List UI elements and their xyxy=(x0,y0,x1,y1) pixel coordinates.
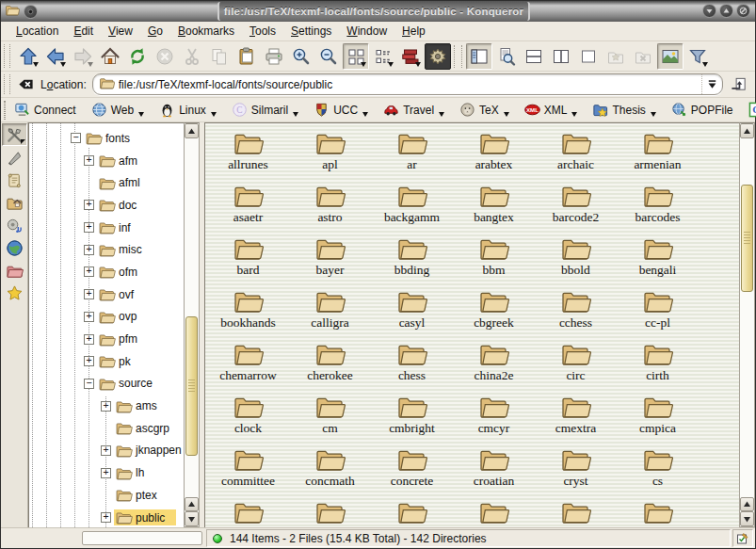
scroll-up-button[interactable] xyxy=(185,123,199,138)
folder-arabtex[interactable]: arabtex xyxy=(453,128,535,181)
tree-selection[interactable]: public xyxy=(114,509,176,525)
tree-item-inf[interactable]: +inf xyxy=(29,217,184,239)
print-button[interactable] xyxy=(261,43,287,70)
folder-barcodes[interactable]: barcodes xyxy=(617,181,699,234)
tree-hscrollbar[interactable] xyxy=(1,528,204,548)
main-scrollbar[interactable] xyxy=(739,122,755,527)
tree-expander-plus-icon[interactable]: + xyxy=(84,222,94,233)
scroll-up-button[interactable] xyxy=(740,123,754,138)
split-view-left-right-button[interactable] xyxy=(548,43,574,70)
sidebar-tab-bookmark-flag[interactable] xyxy=(2,146,27,169)
tree-item-source[interactable]: −source xyxy=(29,373,184,396)
show-navigation-panel-button[interactable] xyxy=(466,43,492,70)
folder-cs[interactable]: cs xyxy=(617,444,699,497)
tree-item-fonts[interactable]: −fonts xyxy=(29,127,184,150)
folder-committee[interactable]: committee xyxy=(207,444,289,497)
tree-item-afm[interactable]: +afm xyxy=(29,150,184,172)
tree-item-public[interactable]: +public xyxy=(29,507,184,527)
preview-button[interactable] xyxy=(657,43,684,70)
folder-chemarrow[interactable]: chemarrow xyxy=(207,339,289,392)
bookmark-linux[interactable]: Linux xyxy=(154,100,221,120)
minimize-button[interactable] xyxy=(702,4,716,18)
menu-location[interactable]: Location xyxy=(8,23,66,40)
tree-item-body[interactable]: ovp xyxy=(97,309,148,325)
bookmark-popfile[interactable]: POPFile xyxy=(667,100,738,120)
tree-item-body[interactable]: source xyxy=(97,376,164,392)
folder-cmbright[interactable]: cmbright xyxy=(371,392,453,444)
tree-expander-plus-icon[interactable]: + xyxy=(84,245,94,255)
bookmark-ucc[interactable]: UCC xyxy=(309,100,373,120)
folder-concrete[interactable]: concrete xyxy=(371,444,453,497)
folder-calligra[interactable]: calligra xyxy=(289,286,371,339)
icon-view-button[interactable] xyxy=(343,43,369,70)
tree-item-afml[interactable]: afml xyxy=(29,171,184,194)
sidebar-tab-history[interactable] xyxy=(2,169,27,191)
sidebar-tab-network[interactable] xyxy=(2,236,27,259)
tree-expander-plus-icon[interactable]: + xyxy=(84,356,94,366)
remove-active-view-button[interactable] xyxy=(575,43,602,70)
folder-bard[interactable]: bard xyxy=(207,234,289,286)
go-button[interactable] xyxy=(727,73,749,96)
bookmark-tex[interactable]: TeX xyxy=(455,100,514,120)
folder-bengali[interactable]: bengali xyxy=(617,234,699,286)
folder-unlabeled[interactable] xyxy=(617,497,699,527)
folder-clock[interactable]: clock xyxy=(207,392,289,444)
folder-barcode2[interactable]: barcode2 xyxy=(535,181,617,234)
folder-apl[interactable]: apl xyxy=(289,128,371,181)
folder-cchess[interactable]: cchess xyxy=(535,286,617,339)
tree-item-misc[interactable]: +misc xyxy=(29,238,184,261)
split-view-top-bottom-button[interactable] xyxy=(521,43,547,70)
tree-item-jknappen[interactable]: +jknappen xyxy=(29,440,184,462)
tree-item-doc[interactable]: +doc xyxy=(29,194,184,217)
back-button[interactable] xyxy=(42,43,69,70)
tree-item-body[interactable]: inf xyxy=(97,219,142,235)
menu-tools[interactable]: Tools xyxy=(242,23,283,40)
folder-cryst[interactable]: cryst xyxy=(535,444,617,497)
folder-backgamm[interactable]: backgamm xyxy=(371,181,453,234)
multicolumn-view-button[interactable] xyxy=(397,43,424,70)
bookmark-google[interactable]: GGoogle xyxy=(744,100,756,120)
tree-item-ptex[interactable]: ptex xyxy=(29,484,184,507)
tree-expander-plus-icon[interactable]: + xyxy=(101,468,111,478)
toolbar-grip[interactable] xyxy=(4,101,6,120)
menu-help[interactable]: Help xyxy=(394,23,433,40)
up-button[interactable] xyxy=(15,43,41,70)
folder-bookhands[interactable]: bookhands xyxy=(207,286,289,339)
folder-bbm[interactable]: bbm xyxy=(453,234,535,286)
maximize-button[interactable] xyxy=(719,4,733,18)
folder-concmath[interactable]: concmath xyxy=(289,444,371,497)
tree-expander-plus-icon[interactable]: + xyxy=(84,312,94,322)
folder-cherokee[interactable]: cherokee xyxy=(289,339,371,392)
folder-casyl[interactable]: casyl xyxy=(371,286,453,339)
tree-scrollbar[interactable] xyxy=(184,122,200,527)
toolbar-grip[interactable] xyxy=(4,44,10,68)
bookmark-thesis[interactable]: Thesis xyxy=(587,100,660,120)
folder-allrunes[interactable]: allrunes xyxy=(207,128,289,181)
menu-edit[interactable]: Edit xyxy=(66,23,101,40)
sidebar-tab-bookmarks[interactable] xyxy=(2,282,27,304)
tree-item-body[interactable]: fonts xyxy=(84,130,141,146)
tree-item-ams[interactable]: +ams xyxy=(29,395,184,417)
tree-item-body[interactable]: pfm xyxy=(97,331,149,347)
toolbar-grip[interactable] xyxy=(4,74,10,95)
tree-item-body[interactable]: ofm xyxy=(97,264,149,280)
folder-cmextra[interactable]: cmextra xyxy=(535,392,617,444)
folder-bangtex[interactable]: bangtex xyxy=(453,181,535,234)
zoom-in-button[interactable] xyxy=(288,43,314,70)
tree-item-ascgrp[interactable]: ascgrp xyxy=(29,417,184,440)
location-input[interactable]: file:/usr/TeX/texmf-local/fonts/source/p… xyxy=(119,78,701,91)
folder-unlabeled[interactable] xyxy=(453,497,535,527)
menu-view[interactable]: View xyxy=(101,23,140,40)
bookmark-connect[interactable]: Connect xyxy=(9,100,81,120)
tree-item-body[interactable]: ovf xyxy=(97,286,145,302)
window-menu-icon[interactable] xyxy=(24,5,38,19)
folder-unlabeled[interactable] xyxy=(207,497,289,527)
folder-armenian[interactable]: armenian xyxy=(617,128,699,181)
sidebar-tab-home-directory[interactable] xyxy=(2,191,27,214)
sidebar-tab-root-directory[interactable] xyxy=(2,259,27,282)
scroll-up-button[interactable] xyxy=(740,497,754,511)
list-view-button[interactable] xyxy=(370,43,396,70)
folder-asaetr[interactable]: asaetr xyxy=(207,181,289,234)
folder-cirth[interactable]: cirth xyxy=(617,339,699,392)
menu-window[interactable]: Window xyxy=(339,23,394,40)
